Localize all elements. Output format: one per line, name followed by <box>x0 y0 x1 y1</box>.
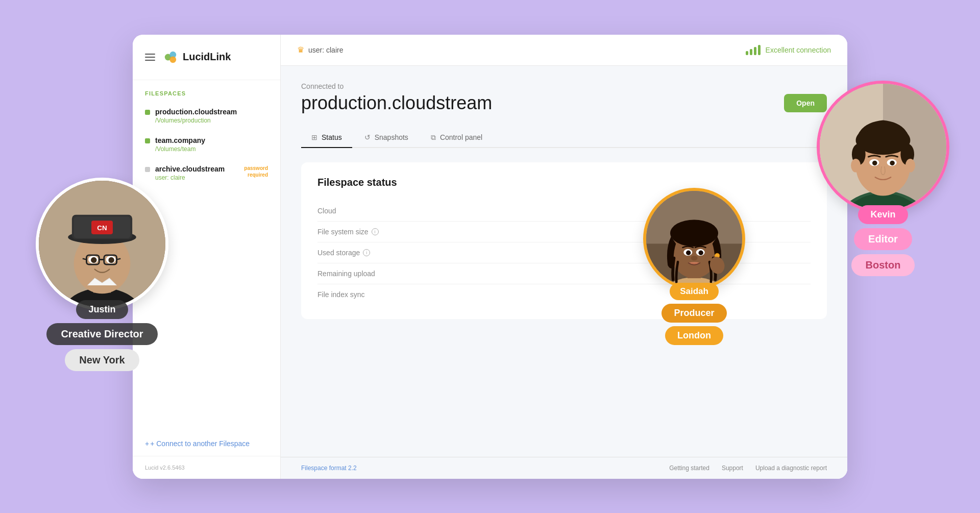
connect-label: + Connect to another Filespace <box>150 439 250 448</box>
tab-status-label: Status <box>322 133 342 141</box>
status-key-storage: Used storage i <box>317 249 409 257</box>
justin-role-badge: Creative Director <box>46 323 157 345</box>
filespace-status-dot-inactive <box>145 167 150 172</box>
person-card-justin: CN Justin Creative Directo <box>36 178 168 371</box>
user-info: ♛ user: claire <box>297 45 343 55</box>
kevin-name-badge: Kevin <box>858 205 908 224</box>
justin-location-badge: New York <box>65 349 139 371</box>
footer-link-support[interactable]: Support <box>722 465 743 472</box>
person-card-saidah: Saidah Producer London <box>643 188 745 345</box>
footer-links: Getting started Support Upload a diagnos… <box>669 465 827 472</box>
kevin-location-badge: Boston <box>851 254 915 276</box>
filespace-name: archive.cloudstream <box>155 165 225 173</box>
kevin-role-badge: Editor <box>854 228 912 250</box>
connect-filespace-button[interactable]: + + Connect to another Filespace <box>133 431 280 456</box>
svg-text:CN: CN <box>97 224 107 232</box>
footer-link-getting-started[interactable]: Getting started <box>669 465 709 472</box>
filespace-format-label: Filespace format 2.2 <box>301 465 357 472</box>
filespace-status-dot <box>145 138 150 143</box>
main-content: ♛ user: claire Excellent connection Conn… <box>281 35 847 479</box>
logo: LucidLink <box>162 49 231 65</box>
filespace-title-row: production.cloudstream Open <box>301 92 827 114</box>
avatar-saidah <box>643 188 745 290</box>
status-key-sync: File index sync <box>317 290 409 299</box>
tab-snapshots[interactable]: ↺ Snapshots <box>354 128 419 148</box>
footer-link-diagnostic[interactable]: Upload a diagnostic report <box>755 465 827 472</box>
info-icon-filesystem: i <box>372 228 379 235</box>
status-key-upload: Remaining upload <box>317 270 409 278</box>
svg-point-49 <box>691 255 697 260</box>
hamburger-menu[interactable] <box>145 54 155 61</box>
signal-bars <box>746 45 761 55</box>
svg-point-12 <box>91 257 96 262</box>
person-card-kevin: Kevin Editor Boston <box>817 81 949 276</box>
filespace-name: production.cloudstream <box>155 108 237 116</box>
filespace-title-text: production.cloudstream <box>301 92 492 114</box>
clock-icon: ↺ <box>364 133 371 141</box>
sliders-icon: ⧉ <box>431 133 436 142</box>
tab-status[interactable]: ⊞ Status <box>301 128 352 148</box>
svg-point-44 <box>670 219 718 247</box>
tab-bar: ⊞ Status ↺ Snapshots ⧉ Control panel <box>301 128 827 148</box>
tab-control-panel-label: Control panel <box>440 133 482 141</box>
user-label: user: claire <box>308 46 343 54</box>
tab-snapshots-label: Snapshots <box>375 133 408 141</box>
connection-status: Excellent connection <box>746 45 831 55</box>
sidebar-header: LucidLink <box>133 35 280 80</box>
svg-point-35 <box>890 160 895 165</box>
signal-bar-4 <box>758 45 761 55</box>
avatar-kevin <box>817 81 949 213</box>
filespace-path: /Volumes/production <box>155 117 237 124</box>
password-required-badge: passwordrequired <box>244 165 268 178</box>
svg-point-34 <box>872 160 877 165</box>
justin-name-badge: Justin <box>76 300 128 319</box>
tab-control-panel[interactable]: ⧉ Control panel <box>421 128 493 148</box>
app-window: CN Justin Creative Directo <box>133 35 847 479</box>
svg-point-37 <box>905 158 915 172</box>
crown-icon: ♛ <box>297 45 304 55</box>
filespace-name: team.company <box>155 136 205 144</box>
info-icon-storage: i <box>363 249 370 256</box>
plus-icon: + <box>145 439 149 448</box>
svg-point-21 <box>169 56 176 63</box>
status-panel-title: Filespace status <box>317 177 811 188</box>
saidah-name-badge: Saidah <box>670 283 719 300</box>
lucidlink-logo-icon <box>162 49 179 65</box>
top-bar: ♛ user: claire Excellent connection <box>281 35 847 66</box>
saidah-role-badge: Producer <box>662 304 726 323</box>
signal-bar-2 <box>750 49 752 55</box>
filespace-item-production[interactable]: production.cloudstream /Volumes/producti… <box>133 102 280 130</box>
status-panel: Filespace status Cloud File system size … <box>301 162 827 319</box>
filespace-path: /Volumes/team <box>155 145 205 153</box>
svg-point-36 <box>851 158 861 172</box>
signal-bar-1 <box>746 51 748 55</box>
filespace-item-team[interactable]: team.company /Volumes/team <box>133 130 280 159</box>
signal-bar-3 <box>754 47 756 55</box>
content-area: Connected to production.cloudstream Open… <box>281 66 847 457</box>
sidebar-footer: Lucid v2.6.5463 <box>133 456 280 479</box>
connection-label: Excellent connection <box>766 46 831 54</box>
status-key-cloud: Cloud <box>317 207 409 215</box>
connected-to-label: Connected to <box>301 82 827 90</box>
app-version: Lucid v2.6.5463 <box>145 465 185 471</box>
filespace-status-dot <box>145 110 150 115</box>
status-key-filesystem: File system size i <box>317 228 409 236</box>
app-name: LucidLink <box>183 51 231 63</box>
svg-point-48 <box>698 250 703 255</box>
svg-point-13 <box>108 257 114 262</box>
saidah-location-badge: London <box>665 326 723 345</box>
avatar-justin: CN <box>36 178 168 310</box>
grid-icon: ⊞ <box>311 133 317 141</box>
svg-point-47 <box>686 250 691 255</box>
filespaces-label: FILESPACES <box>133 80 280 102</box>
footer-bar: Filespace format 2.2 Getting started Sup… <box>281 457 847 479</box>
